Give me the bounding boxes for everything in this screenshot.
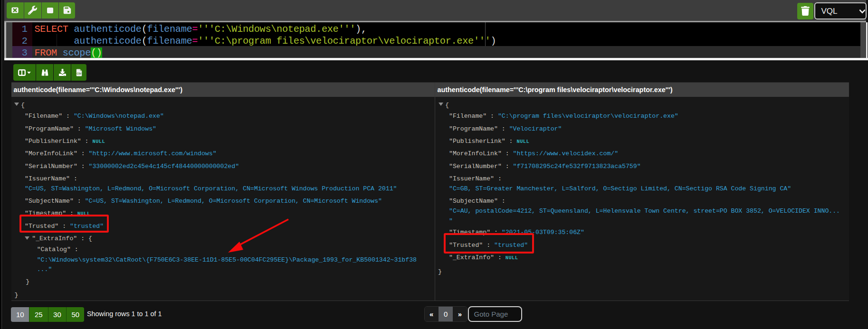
svg-text:CSV: CSV xyxy=(76,73,81,75)
